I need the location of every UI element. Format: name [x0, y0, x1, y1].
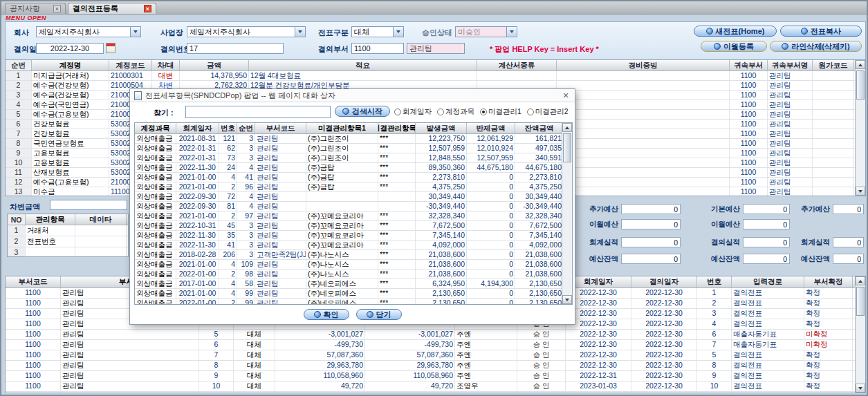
cell: ***	[378, 270, 416, 279]
budget-label: 예산잔액	[581, 254, 618, 264]
dept-slip-row[interactable]: 1100관리팀7대체57,087,36057,087,360주엔승 인2022-…	[6, 350, 865, 361]
scrollbar[interactable]	[562, 123, 572, 304]
budget-field[interactable]	[743, 204, 790, 214]
open-item-row[interactable]: 외상매출금2021-01-00441관리팀(주)금탑***2,273,81002…	[135, 173, 572, 182]
cell: 관리팀	[255, 134, 306, 143]
management-item-row[interactable]: 1거래처	[8, 225, 128, 236]
popup-search-input[interactable]	[185, 106, 331, 118]
copy-slip-button[interactable]: 전표복사	[780, 26, 862, 37]
open-item-row[interactable]: 외상매출금2022-09-30814관리팀-30,349,4400-30,349…	[135, 202, 572, 211]
budget-field[interactable]	[743, 219, 790, 229]
budget-field[interactable]	[743, 237, 790, 247]
scrollbar-track[interactable]	[856, 285, 865, 384]
chevron-down-icon[interactable]	[295, 27, 305, 37]
scroll-down-icon[interactable]	[856, 384, 865, 393]
open-item-row[interactable]: 외상매출금2022-01-31623관리팀(주)그린조이***12,507,95…	[135, 144, 572, 153]
cell: 12,507,959	[416, 144, 467, 153]
scroll-up-icon[interactable]	[856, 276, 865, 285]
budget-field[interactable]	[621, 219, 681, 229]
cell: 6	[199, 340, 234, 350]
scrollbar-thumb[interactable]	[856, 287, 865, 316]
tab-notice[interactable]: 공지사항 ×	[5, 3, 66, 14]
scrollbar-thumb[interactable]	[856, 70, 865, 100]
chevron-down-icon[interactable]	[130, 27, 140, 37]
scrollbar-track[interactable]	[856, 69, 865, 187]
scrollbar[interactable]	[855, 60, 865, 196]
budget-field[interactable]	[621, 204, 681, 214]
close-icon[interactable]: ✕	[561, 91, 571, 100]
open-item-row[interactable]: 외상매출금2022-10-31453관리팀(주)꼬메요코리아***7,672,5…	[135, 221, 572, 231]
menu-open-badge[interactable]: MENU OPEN	[6, 15, 46, 21]
delete-line-button[interactable]: 라인삭제(삭제키)	[770, 41, 862, 52]
ok-button[interactable]: 확인	[304, 309, 349, 320]
budget-field[interactable]	[833, 254, 864, 264]
open-item-row[interactable]: 외상매출금2021-01-00499관리팀(주)네오피에스***2,130,65…	[135, 289, 572, 299]
dept-slip-row[interactable]: 1100관리팀11대체25,50025,500	[6, 392, 865, 393]
chevron-down-icon[interactable]	[506, 27, 517, 37]
scrollbar-thumb[interactable]	[563, 133, 571, 162]
carry-over-button[interactable]: 이월등록	[701, 41, 767, 52]
open-item-row[interactable]: 외상매출금2018-02-282063고객만족2팀(JJ(주)나노시스***21…	[135, 250, 572, 260]
open-item-row[interactable]: 외상매출금2022-01-00298관리팀(주)나노시스***21,038,60…	[135, 270, 572, 279]
scroll-down-icon[interactable]	[562, 295, 572, 304]
approval-select[interactable]: 미승인	[455, 26, 517, 37]
management-item-row[interactable]: 2전표번호	[8, 236, 128, 247]
radio-acct-date[interactable]: 회계일자	[394, 107, 432, 117]
cell: 외상매출금	[135, 192, 176, 201]
open-item-row[interactable]: 외상매출금2021-01-00296관리팀(주)금탑***4,375,25004…	[135, 182, 572, 192]
open-item-row[interactable]: 외상매출금2022-11-30413관리팀(주)꼬메요코리아***4,092,0…	[135, 241, 572, 250]
calendar-icon[interactable]	[106, 43, 116, 53]
open-item-row[interactable]: 외상매출금2022-01-31733관리팀(주)그린조이***12,848,55…	[135, 153, 572, 163]
voucher-row[interactable]: 1미지급금(거래처)21000301대변14,378,95012월 4대보험료1…	[6, 71, 865, 81]
scroll-down-icon[interactable]	[856, 187, 865, 196]
open-item-row[interactable]: 외상매출금2022-11-30244관리팀(주)금탑***89,350,3604…	[135, 163, 572, 173]
budget-label: 추가예산	[794, 204, 830, 214]
tab-slip-entry[interactable]: 결의전표등록 ×	[68, 3, 156, 14]
radio-open-item1[interactable]: 미결관리1	[480, 107, 521, 117]
search-start-button[interactable]: 검색시작	[335, 106, 390, 117]
open-item-row[interactable]: 외상매출금2021-08-311213관리팀(주)그린조이***12,223,7…	[135, 134, 572, 144]
dept-slip-row[interactable]: 1100관리팀9대체110,058,960110,058,960주엔승 인202…	[6, 371, 865, 381]
debit-amount-input[interactable]	[50, 200, 127, 210]
new-slip-button[interactable]: 새전표(Home)	[694, 26, 777, 37]
site-select[interactable]: 제일저지주식회사	[187, 26, 306, 37]
open-item-row[interactable]: 외상매출금2022-11-30353관리팀(주)꼬메요코리아***7,345,1…	[135, 231, 572, 241]
close-button[interactable]: 닫기	[356, 309, 402, 320]
cell: 확정	[804, 371, 853, 381]
budget-field[interactable]	[621, 254, 681, 264]
scrollbar[interactable]	[855, 276, 865, 393]
dept-slip-row[interactable]: 1100관리팀8대체29,963,78029,963,780주엔승 인2022-…	[6, 361, 865, 371]
cell	[557, 168, 730, 177]
scroll-up-icon[interactable]	[562, 123, 572, 132]
date-input[interactable]	[36, 43, 104, 54]
budget-field[interactable]	[833, 204, 864, 214]
cell: 2018-02-28	[176, 250, 219, 259]
scrollbar-track[interactable]	[562, 132, 572, 295]
tab-close-icon[interactable]: ×	[144, 5, 151, 12]
popup-titlebar[interactable]: 전표세부항목(SPNDCDPop) 팝업 -- 웹 페이지 대화 상자 ✕	[130, 89, 575, 102]
open-item-row[interactable]: 외상매출금2022-01-00299관리팀(주)네오피에스***2,130,65…	[135, 299, 572, 305]
slip-type-select[interactable]: 대체	[351, 26, 404, 37]
budget-field[interactable]	[833, 237, 864, 247]
budget-field[interactable]	[621, 237, 681, 247]
slip-no-input[interactable]	[187, 43, 284, 54]
open-item-row[interactable]: 외상매출금2022-09-30724관리팀30,349,440030,349,4…	[135, 192, 572, 202]
tab-close-icon[interactable]: ×	[53, 5, 61, 12]
cell: 2017-01-00	[176, 279, 219, 288]
radio-account[interactable]: 계정과목	[437, 107, 474, 117]
scroll-up-icon[interactable]	[856, 60, 865, 69]
chevron-down-icon[interactable]	[393, 27, 403, 37]
radio-open-item2[interactable]: 미결관리2	[527, 107, 569, 117]
dept-code-input[interactable]	[351, 43, 404, 54]
cell	[631, 392, 697, 393]
management-item-row[interactable]: 3	[8, 247, 128, 257]
open-item-row[interactable]: 외상매출금2021-01-004109관리팀(주)나노시스***21,038,6…	[135, 260, 572, 270]
open-item-row[interactable]: 외상매출금2017-01-00458관리팀(주)네오피에스***6,324,95…	[135, 279, 572, 289]
dept-slip-row[interactable]: 1100관리팀5대체-3,001,027-3,001,027주엔승 인2022-…	[6, 330, 865, 340]
budget-field[interactable]	[743, 254, 790, 264]
open-item-row[interactable]: 외상매출금2021-01-00297관리팀(주)꼬메요코리아***32,328,…	[135, 211, 572, 221]
column-header: 결의일자	[631, 276, 697, 287]
dept-slip-row[interactable]: 1100관리팀10대체49,72049,720조영우승 인2023-01-032…	[6, 381, 865, 392]
dept-slip-row[interactable]: 1100관리팀6대체-499,730-499,730주엔승 인2022-12-3…	[6, 340, 865, 350]
company-select[interactable]: 제일저지주식회사	[36, 26, 141, 37]
